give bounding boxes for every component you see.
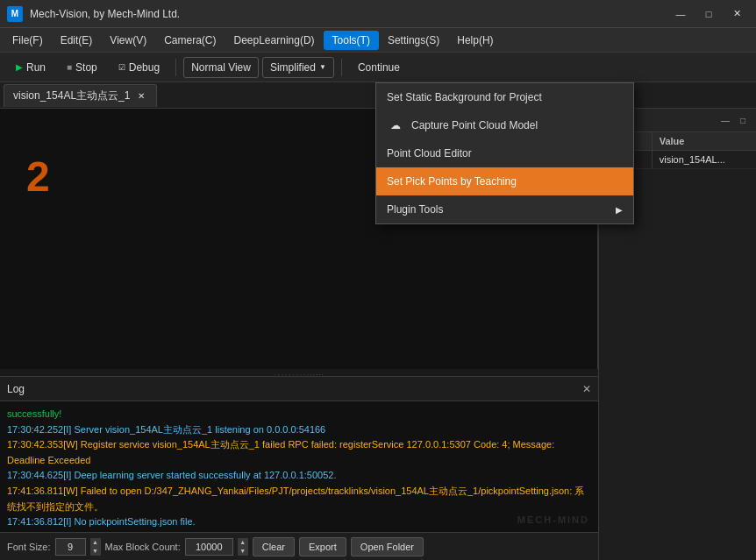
export-button[interactable]: Export xyxy=(299,537,346,556)
menu-point-cloud-editor[interactable]: Point Cloud Editor xyxy=(376,139,633,167)
font-size-spinner: ▲ ▼ xyxy=(90,538,101,556)
run-button[interactable]: ▶ Run xyxy=(7,57,54,78)
right-panel-controls: — □ xyxy=(717,112,751,128)
normal-view-label: Normal View xyxy=(191,61,251,74)
stop-button[interactable]: ■ Stop xyxy=(58,57,106,78)
run-label: Run xyxy=(26,61,46,74)
menu-tools[interactable]: Tools(T) xyxy=(324,31,379,50)
menu-plugin-tools[interactable]: Plugin Tools ▶ xyxy=(376,195,633,223)
log-message-1: 17:30:42.252[I] Server vision_154AL主动点云_… xyxy=(7,422,591,438)
font-size-up[interactable]: ▲ xyxy=(90,538,101,547)
app-icon: M xyxy=(7,6,23,22)
stop-label: Stop xyxy=(75,61,97,74)
continue-button[interactable]: Continue xyxy=(349,57,409,78)
right-panel-maximize[interactable]: □ xyxy=(735,112,751,128)
log-message-5: 17:41:36.812[I] No pickpointSetting.json… xyxy=(7,514,591,530)
title-text: Mech-Vision, by Mech-Mind Ltd. xyxy=(30,8,668,20)
max-block-down[interactable]: ▼ xyxy=(238,547,248,556)
menu-edit[interactable]: Edit(E) xyxy=(52,31,102,50)
max-block-spinner: ▲ ▼ xyxy=(238,538,248,556)
debug-label: Debug xyxy=(129,61,160,74)
window-controls: — □ ✕ xyxy=(668,5,749,23)
capture-cloud-label: Capture Point Cloud Model xyxy=(411,119,538,131)
tools-dropdown-menu: Set Static Background for Project ☁ Capt… xyxy=(375,82,634,224)
menu-deeplearning[interactable]: DeepLearning(D) xyxy=(225,31,324,50)
font-size-label: Font Size: xyxy=(7,542,51,552)
set-pick-points-label: Set Pick Points by Teaching xyxy=(387,175,517,188)
chevron-down-icon: ▼ xyxy=(319,63,326,71)
stop-icon: ■ xyxy=(67,62,72,72)
log-content[interactable]: successfully! 17:30:42.252[I] Server vis… xyxy=(0,401,598,532)
log-title: Log xyxy=(7,383,25,395)
log-area: Log ✕ successfully! 17:30:42.252[I] Serv… xyxy=(0,376,598,560)
right-panel-minimize[interactable]: — xyxy=(717,112,733,128)
run-icon: ▶ xyxy=(16,62,23,72)
toolbar-separator-1 xyxy=(175,59,176,76)
max-block-up[interactable]: ▲ xyxy=(238,538,248,547)
normal-view-button[interactable]: Normal View xyxy=(183,57,259,78)
simplified-button[interactable]: Simplified ▼ xyxy=(262,57,334,78)
col-value: Value xyxy=(652,132,756,151)
menu-settings[interactable]: Settings(S) xyxy=(379,31,448,50)
minimize-button[interactable]: — xyxy=(668,5,693,23)
tab-close-button[interactable]: ✕ xyxy=(135,89,147,102)
log-message-0: successfully! xyxy=(7,407,591,422)
debug-icon: ☑ xyxy=(118,63,125,72)
log-message-2: 17:30:42.353[W] Register service vision_… xyxy=(7,437,591,468)
step-number: 2 xyxy=(26,152,50,201)
log-footer: Font Size: ▲ ▼ Max Block Count: ▲ ▼ Clea… xyxy=(0,532,598,560)
max-block-label: Max Block Count: xyxy=(105,542,181,552)
title-bar: M Mech-Vision, by Mech-Mind Ltd. — □ ✕ xyxy=(0,0,756,28)
menu-help[interactable]: Help(H) xyxy=(448,31,502,50)
main-tab[interactable]: vision_154AL主动点云_1 ✕ xyxy=(4,84,157,107)
point-cloud-editor-label: Point Cloud Editor xyxy=(387,147,472,159)
maximize-button[interactable]: □ xyxy=(696,5,721,23)
close-button[interactable]: ✕ xyxy=(724,5,749,23)
plugin-tools-label: Plugin Tools xyxy=(387,203,444,216)
clear-button[interactable]: Clear xyxy=(253,537,295,556)
menu-file[interactable]: File(F) xyxy=(4,31,52,50)
row-value: vision_154AL... xyxy=(652,151,756,169)
log-message-4: 17:41:36.811[W] Failed to open D:/347_ZH… xyxy=(7,484,591,514)
log-close-button[interactable]: ✕ xyxy=(582,383,591,395)
log-message-3: 17:30:44.625[I] Deep learning server sta… xyxy=(7,468,591,484)
toolbar-separator-2 xyxy=(341,59,342,76)
menu-capture-cloud[interactable]: ☁ Capture Point Cloud Model xyxy=(376,111,633,139)
continue-label: Continue xyxy=(358,61,400,74)
menu-bar: File(F) Edit(E) View(V) Camera(C) DeepLe… xyxy=(0,28,756,53)
set-static-bg-label: Set Static Background for Project xyxy=(387,91,542,103)
menu-camera[interactable]: Camera(C) xyxy=(155,31,225,50)
simplified-label: Simplified xyxy=(270,61,316,74)
max-block-input[interactable] xyxy=(185,538,233,556)
log-header: Log ✕ xyxy=(0,377,598,401)
cloud-icon: ☁ xyxy=(387,117,404,134)
submenu-arrow-icon: ▶ xyxy=(616,205,623,215)
font-size-down[interactable]: ▼ xyxy=(90,547,101,556)
debug-button[interactable]: ☑ Debug xyxy=(110,57,168,78)
tab-label: vision_154AL主动点云_1 xyxy=(13,89,130,103)
menu-set-pick-points[interactable]: Set Pick Points by Teaching xyxy=(376,167,633,195)
resize-handle[interactable]: ......... xyxy=(0,369,598,376)
open-folder-button[interactable]: Open Folder xyxy=(351,537,424,556)
font-size-input[interactable] xyxy=(55,538,86,556)
toolbar: ▶ Run ■ Stop ☑ Debug Normal View Simplif… xyxy=(0,53,756,82)
watermark: MECH-MIND xyxy=(517,514,589,525)
app-icon-text: M xyxy=(11,9,18,18)
menu-set-static-bg[interactable]: Set Static Background for Project xyxy=(376,83,633,111)
menu-view[interactable]: View(V) xyxy=(101,31,155,50)
